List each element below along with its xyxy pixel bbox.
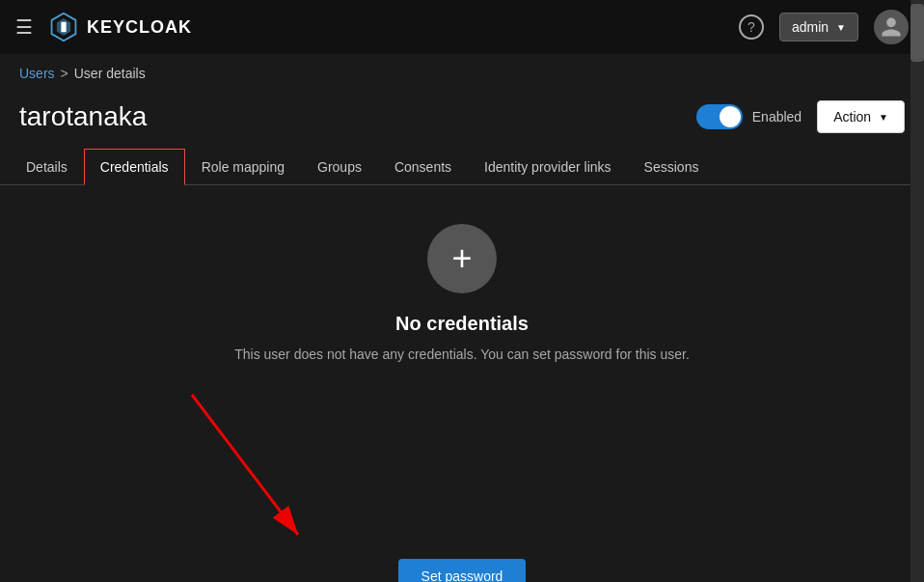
navbar: ☰ KEYCLOAK ? admin ▼	[0, 0, 924, 54]
no-credentials-title: No credentials	[395, 313, 529, 335]
tab-identity-provider-links[interactable]: Identity provider links	[468, 149, 628, 185]
tab-sessions[interactable]: Sessions	[628, 149, 716, 185]
tab-credentials[interactable]: Credentials	[84, 149, 185, 185]
scrollbar-thumb[interactable]	[910, 4, 924, 62]
no-credentials-description: This user does not have any credentials.…	[234, 346, 690, 362]
annotation-container: + No credentials This user does not have…	[19, 224, 905, 582]
tabs-container: Details Credentials Role mapping Groups …	[0, 149, 924, 185]
keycloak-logo-icon	[48, 12, 79, 42]
help-icon[interactable]: ?	[739, 14, 764, 40]
user-header: tarotanaka Enabled Action ▼	[0, 93, 924, 149]
svg-rect-2	[61, 22, 66, 33]
action-label: Action	[833, 109, 871, 125]
logo-text: KEYCLOAK	[87, 17, 192, 38]
enabled-label: Enabled	[752, 109, 802, 125]
tab-details[interactable]: Details	[10, 149, 84, 185]
navbar-right: ? admin ▼	[739, 10, 909, 44]
navbar-left: ☰ KEYCLOAK	[15, 12, 192, 42]
user-avatar-icon	[880, 15, 903, 39]
action-button[interactable]: Action ▼	[817, 100, 905, 133]
admin-dropdown[interactable]: admin ▼	[779, 13, 858, 42]
enabled-toggle-container: Enabled	[696, 104, 802, 129]
svg-line-4	[192, 395, 298, 535]
breadcrumb-current: User details	[74, 66, 146, 81]
add-credentials-button[interactable]: +	[427, 224, 497, 293]
user-header-right: Enabled Action ▼	[696, 100, 905, 133]
avatar[interactable]	[874, 10, 909, 44]
user-name: tarotanaka	[19, 101, 147, 132]
toggle-thumb	[720, 106, 741, 127]
breadcrumb-users-link[interactable]: Users	[19, 66, 55, 81]
plus-icon: +	[451, 238, 472, 279]
tab-role-mapping[interactable]: Role mapping	[185, 149, 301, 185]
enabled-toggle[interactable]	[696, 104, 743, 129]
set-password-label: Set password	[421, 568, 503, 582]
logo: KEYCLOAK	[48, 12, 192, 42]
scrollbar[interactable]	[910, 0, 924, 582]
breadcrumb-separator: >	[61, 66, 68, 81]
hamburger-icon[interactable]: ☰	[15, 15, 33, 39]
action-arrow-icon: ▼	[879, 112, 888, 123]
admin-arrow-icon: ▼	[836, 22, 846, 33]
set-password-button[interactable]: Set password	[398, 559, 527, 582]
admin-label: admin	[792, 19, 829, 35]
main-content: + No credentials This user does not have…	[0, 185, 924, 582]
annotation-arrow	[163, 385, 375, 559]
breadcrumb: Users > User details	[0, 54, 924, 93]
toggle-track	[696, 104, 743, 129]
tab-consents[interactable]: Consents	[378, 149, 468, 185]
tab-groups[interactable]: Groups	[301, 149, 378, 185]
